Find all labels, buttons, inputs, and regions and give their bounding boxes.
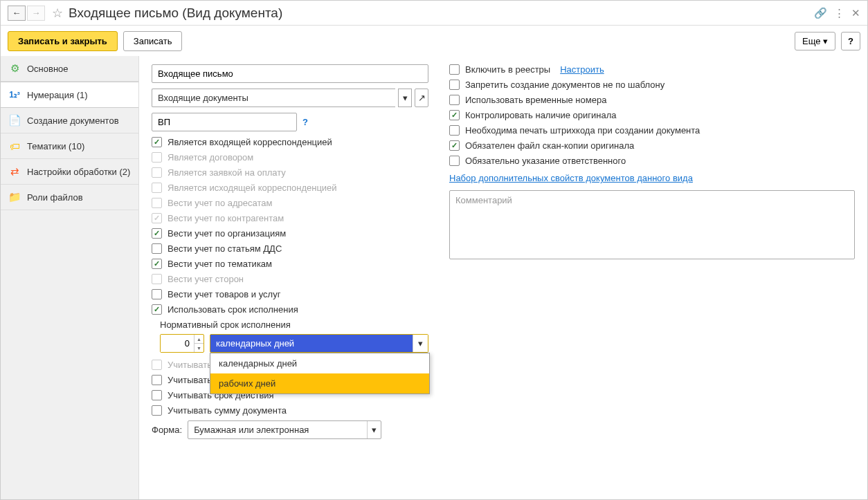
form-label: Форма: [152, 425, 182, 435]
check-bottom-3[interactable]: Учитывать сумму документа [152, 405, 428, 416]
check-right-4[interactable]: Необходима печать штрихкода при создании… [449, 125, 855, 136]
checkbox-label: Запретить создание документов не по шабл… [465, 80, 664, 90]
deadline-value-input[interactable] [161, 335, 194, 352]
checkbox-icon[interactable] [152, 390, 162, 400]
checkbox-label: Является заявкой на оплату [168, 167, 286, 178]
sidebar-file-roles[interactable]: 📁Роли файлов [1, 185, 138, 210]
save-button[interactable]: Записать [123, 31, 183, 51]
checkbox-icon [152, 167, 162, 178]
check-left-11[interactable]: Использовать срок исполнения [152, 304, 428, 315]
type-open-button[interactable]: ↗ [415, 89, 428, 107]
numbering-icon: 1₂³ [8, 88, 21, 102]
sidebar-create-docs[interactable]: 📄Создание документов [1, 108, 138, 133]
deadline-label: Нормативный срок исполнения [160, 320, 428, 330]
checkbox-label: Вести учет сторон [168, 274, 244, 284]
check-right-6[interactable]: Обязательно указание ответственного [449, 156, 855, 166]
deadline-unit-dropdown[interactable]: ▾ [413, 335, 428, 352]
gear-icon: ⚙ [8, 62, 21, 75]
check-right-2[interactable]: Использовать временные номера [449, 95, 855, 105]
checkbox-icon[interactable] [449, 80, 460, 90]
configure-link[interactable]: Настроить [560, 64, 604, 75]
check-left-7[interactable]: Вести учет по статьям ДДС [152, 243, 428, 254]
folder-icon: 📁 [8, 190, 21, 204]
document-type-window: ← → ☆ Входящее письмо (Вид документа) 🔗 … [0, 0, 868, 500]
checkbox-label: Учитывать [168, 360, 212, 370]
dd-option-working[interactable]: рабочих дней [210, 373, 429, 393]
toolbar: Записать и закрыть Записать Еще ▾ ? [1, 26, 867, 56]
more-menu-button[interactable]: Еще ▾ [795, 32, 835, 50]
save-and-close-button[interactable]: Записать и закрыть [8, 31, 118, 51]
checkbox-icon [152, 152, 162, 163]
check-left-8[interactable]: Вести учет по тематикам [152, 259, 428, 269]
favorite-star-icon[interactable]: ☆ [52, 6, 63, 21]
name-input[interactable] [152, 64, 428, 83]
dd-option-calendar[interactable]: календарных дней [210, 353, 429, 373]
prefix-input[interactable] [152, 113, 297, 131]
check-left-3: Является исходящей корреспонденцией [152, 183, 428, 193]
comment-textarea[interactable]: Комментарий [449, 190, 855, 259]
type-dropdown-button[interactable]: ▾ [398, 89, 412, 107]
checkbox-label: Обязателен файл скан-копии оригинала [465, 140, 634, 151]
nav-forward-button[interactable]: → [27, 6, 45, 21]
checkbox-icon [152, 360, 162, 370]
type-select[interactable]: Входящие документы [152, 89, 395, 107]
checkbox-icon[interactable] [449, 110, 460, 120]
check-right-3[interactable]: Контролировать наличие оригинала [449, 110, 855, 120]
kebab-menu-icon[interactable]: ⋮ [834, 7, 844, 19]
checkbox-label: Является входящей корреспонденцией [168, 137, 332, 147]
process-icon: ⇄ [8, 165, 21, 178]
checkbox-label: Необходима печать штрихкода при создании… [465, 125, 700, 136]
checkbox-label: Вести учет по статьям ДДС [168, 243, 282, 254]
checkbox-icon[interactable] [449, 64, 460, 75]
nav-back-button[interactable]: ← [8, 6, 26, 21]
help-button[interactable]: ? [841, 32, 860, 50]
checkbox-icon [152, 183, 162, 193]
checkbox-label: Является исходящей корреспонденцией [168, 183, 337, 193]
checkbox-icon[interactable] [152, 289, 162, 299]
checkbox-icon[interactable] [449, 140, 460, 151]
checkbox-label: Учитывать сумму документа [168, 405, 287, 416]
prefix-help-icon[interactable]: ? [302, 117, 308, 127]
tag-icon: 🏷 [8, 139, 21, 153]
form-select[interactable]: Бумажная или электронная ▾ [188, 420, 381, 439]
checkbox-icon[interactable] [152, 243, 162, 254]
check-right-5[interactable]: Обязателен файл скан-копии оригинала [449, 140, 855, 151]
checkbox-icon[interactable] [152, 405, 162, 416]
check-left-1: Является договором [152, 152, 428, 163]
check-left-10[interactable]: Вести учет товаров и услуг [152, 289, 428, 299]
deadline-unit-combo[interactable]: календарных дней ▾ [210, 334, 428, 353]
sidebar-topics[interactable]: 🏷Тематики (10) [1, 133, 138, 159]
close-icon[interactable]: ✕ [851, 7, 860, 19]
extra-props-link[interactable]: Набор дополнительных свойств документов … [449, 173, 855, 183]
checkbox-icon [152, 274, 162, 284]
check-left-2: Является заявкой на оплату [152, 167, 428, 178]
checkbox-label: Является договором [168, 152, 253, 163]
titlebar: ← → ☆ Входящее письмо (Вид документа) 🔗 … [1, 1, 867, 26]
checkbox-icon[interactable] [449, 95, 460, 105]
checkbox-label: Вести учет по адресатам [168, 198, 272, 208]
checkbox-icon[interactable] [152, 137, 162, 147]
checkbox-icon[interactable] [449, 156, 460, 166]
form-dropdown-button[interactable]: ▾ [367, 421, 381, 438]
checkbox-label: Использовать срок исполнения [168, 304, 298, 315]
sidebar-numbering[interactable]: 1₂³Нумерация (1) [1, 82, 138, 108]
check-left-9: Вести учет сторон [152, 274, 428, 284]
checkbox-label: Обязательно указание ответственного [465, 156, 626, 166]
check-right-1[interactable]: Запретить создание документов не по шабл… [449, 80, 855, 90]
check-left-0[interactable]: Является входящей корреспонденцией [152, 137, 428, 147]
link-icon[interactable]: 🔗 [814, 7, 827, 19]
spinner-up[interactable]: ▲ [195, 335, 204, 344]
spinner-down[interactable]: ▼ [195, 344, 204, 352]
check-right-0[interactable]: Включить в реестрыНастроить [449, 64, 855, 75]
deadline-number-group: ▲▼ [160, 334, 204, 353]
checkbox-icon[interactable] [152, 259, 162, 269]
checkbox-icon[interactable] [449, 125, 460, 136]
checkbox-icon[interactable] [152, 375, 162, 385]
checkbox-label: Использовать временные номера [465, 95, 606, 105]
sidebar-processing[interactable]: ⇄Настройки обработки (2) [1, 159, 138, 185]
checkbox-icon[interactable] [152, 228, 162, 239]
check-left-6[interactable]: Вести учет по организациям [152, 228, 428, 239]
window-title: Входящее письмо (Вид документа) [69, 6, 814, 21]
checkbox-icon[interactable] [152, 304, 162, 315]
sidebar-main[interactable]: ⚙Основное [1, 56, 138, 82]
